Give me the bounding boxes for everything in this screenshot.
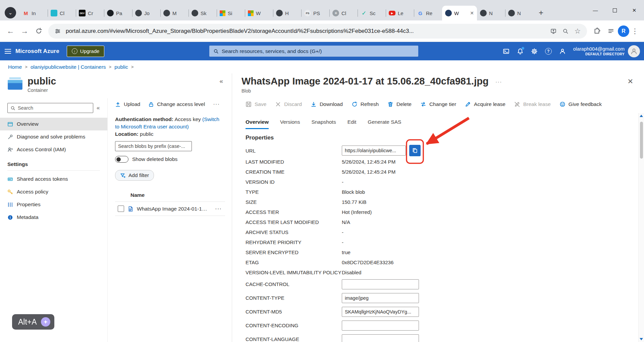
cache-control-input[interactable] <box>342 279 419 289</box>
help-button[interactable]: ? <box>542 45 555 58</box>
sidebar-item-shared-access-tokens[interactable]: Shared access tokens <box>0 173 107 185</box>
tab-search-button[interactable]: ⌄ <box>5 7 16 18</box>
browser-tab[interactable]: PSPS <box>301 6 329 20</box>
reload-button[interactable] <box>32 24 46 38</box>
blade-context-menu-button[interactable]: ··· <box>495 79 502 86</box>
refresh-button[interactable]: Refresh <box>352 101 379 107</box>
tab-versions[interactable]: Versions <box>280 119 300 129</box>
toggle-switch[interactable] <box>115 156 128 163</box>
install-app-icon[interactable] <box>549 27 557 35</box>
account-avatar[interactable] <box>628 45 640 57</box>
copy-url-button[interactable] <box>409 145 421 156</box>
browser-tab[interactable]: ▶Le <box>386 6 414 20</box>
give-feedback-button[interactable]: Give feedback <box>559 101 602 107</box>
accessibility-shortcut-badge[interactable]: Alt+A <box>12 314 54 330</box>
settings-button[interactable] <box>528 45 541 58</box>
menu-collapse-icon[interactable]: « <box>97 105 100 111</box>
tab-snapshots[interactable]: Snapshots <box>311 119 336 129</box>
content-encoding-input[interactable] <box>342 321 419 331</box>
tab-close-icon[interactable]: ✕ <box>470 10 474 16</box>
cloud-shell-button[interactable] <box>499 45 513 58</box>
browser-tab[interactable]: Si <box>217 6 245 20</box>
download-button[interactable]: Download <box>311 101 343 107</box>
menu-search-input[interactable] <box>18 105 90 111</box>
tab-groups-button[interactable] <box>604 24 618 38</box>
sidebar-item-access-control-iam[interactable]: Access Control (IAM) <box>0 143 107 156</box>
acquire-lease-button[interactable]: Acquire lease <box>465 101 505 107</box>
blob-name[interactable]: WhatsApp Image 2024-01-17 ... <box>137 206 210 212</box>
breadcrumb-link-public[interactable]: public <box>114 64 128 70</box>
address-bar[interactable]: portal.azure.com/#view/Microsoft_Azure_S… <box>48 24 587 39</box>
back-button[interactable]: ← <box>3 24 17 38</box>
more-commands-button[interactable]: ··· <box>213 101 220 108</box>
account-info[interactable]: olaraph004@gmail.com DEFAULT DIRECTORY <box>573 46 625 56</box>
browser-tab[interactable]: GRe <box>414 6 442 20</box>
scroll-up-icon[interactable] <box>640 115 643 117</box>
sidebar-item-metadata[interactable]: Metadata <box>0 211 107 224</box>
add-filter-button[interactable]: Add filter <box>115 170 154 181</box>
forward-button[interactable]: → <box>17 24 32 38</box>
browser-tab[interactable]: W✕ <box>442 6 477 20</box>
minimize-button[interactable]: — <box>586 0 605 20</box>
breadcrumb-link-olaniyipublicwebsite-containers[interactable]: olaniyipublicwebsite | Containers <box>31 64 106 70</box>
browser-tab[interactable]: Sk <box>189 6 217 20</box>
content-type-input[interactable] <box>342 293 419 303</box>
tab-generate-sas[interactable]: Generate SAS <box>368 119 401 129</box>
browser-tab-strip: ⌄ MInClDEVCrPaJoMSkSiWHPSPS✳Cl✓Sc▶LeGReW… <box>0 0 644 20</box>
azure-brand[interactable]: Microsoft Azure <box>15 48 59 55</box>
browser-tab[interactable]: W <box>245 6 273 20</box>
browser-tab[interactable]: ✳Cl <box>329 6 358 20</box>
url-text[interactable]: portal.azure.com/#view/Microsoft_Azure_S… <box>66 28 545 35</box>
change-tier-button[interactable]: Change tier <box>420 101 456 107</box>
browser-profile-avatar[interactable]: R <box>618 25 629 37</box>
browser-tab[interactable]: Pa <box>104 6 132 20</box>
sidebar-item-overview[interactable]: Overview <box>0 118 107 130</box>
upload-button[interactable]: Upload <box>115 101 140 107</box>
browser-tab[interactable]: N <box>505 6 533 20</box>
blade-collapse-icon[interactable]: « <box>217 76 226 86</box>
breadcrumb-link-home[interactable]: Home <box>8 64 22 70</box>
content-language-input[interactable] <box>342 334 419 342</box>
blob-prefix-search-input[interactable] <box>115 141 192 151</box>
browser-tab[interactable]: M <box>160 6 189 20</box>
extensions-button[interactable] <box>590 24 604 38</box>
portal-menu-button[interactable] <box>0 42 15 60</box>
scroll-down-icon[interactable] <box>640 338 643 340</box>
browser-tab[interactable]: Cl <box>48 6 76 20</box>
browser-tab[interactable]: N <box>477 6 505 20</box>
show-deleted-blobs-toggle[interactable]: Show deleted blobs <box>115 156 225 163</box>
blob-list-row[interactable]: WhatsApp Image 2024-01-17 ... ··· <box>115 202 225 216</box>
sidebar-item-diagnose-and-solve-problems[interactable]: Diagnose and solve problems <box>0 130 107 143</box>
sidebar-item-properties[interactable]: Properties <box>0 198 107 211</box>
sidebar-item-access-policy[interactable]: Access policy <box>0 185 107 198</box>
delete-button[interactable]: Delete <box>387 101 412 107</box>
new-tab-button[interactable]: + <box>535 7 547 18</box>
property-label: ACCESS TIER <box>246 209 342 215</box>
notifications-button[interactable] <box>514 45 527 58</box>
scrollbar-thumb[interactable] <box>640 122 643 159</box>
content-md5-input[interactable] <box>342 307 419 317</box>
close-window-button[interactable]: ✕ <box>625 0 644 20</box>
maximize-button[interactable] <box>605 0 625 20</box>
tab-edit[interactable]: Edit <box>347 119 357 129</box>
browser-tab[interactable]: DEVCr <box>76 6 104 20</box>
zoom-icon[interactable] <box>561 27 570 35</box>
close-blade-icon[interactable]: ✕ <box>625 77 636 86</box>
bookmark-star-icon[interactable]: ☆ <box>574 27 582 35</box>
browser-tab[interactable]: ✓Sc <box>358 6 386 20</box>
global-search-input[interactable]: Search resources, services, and docs (G+… <box>209 46 418 57</box>
blade-scrollbar[interactable] <box>638 113 644 342</box>
sidebar-item-label: Overview <box>17 121 39 127</box>
row-checkbox[interactable] <box>118 206 124 212</box>
browser-tab[interactable]: H <box>273 6 301 20</box>
site-settings-icon[interactable] <box>54 27 62 35</box>
browser-tab[interactable]: Jo <box>132 6 160 20</box>
upgrade-button[interactable]: ↑ Upgrade <box>67 46 105 57</box>
change-access-level-button[interactable]: Change access level <box>148 101 205 107</box>
tab-overview[interactable]: Overview <box>246 119 269 129</box>
browser-menu-button[interactable]: ⋮ <box>629 27 641 35</box>
blob-row-menu-button[interactable]: ··· <box>213 206 224 212</box>
feedback-button[interactable] <box>556 45 569 58</box>
browser-tab[interactable]: MIn <box>19 6 48 20</box>
url-input[interactable] <box>342 146 406 156</box>
